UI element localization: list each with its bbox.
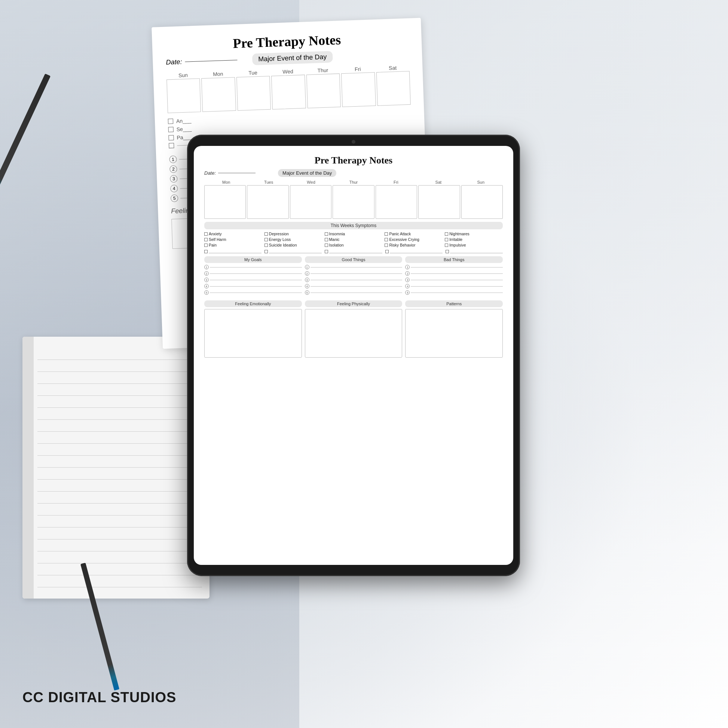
symptom-energy-loss: Energy Loss xyxy=(265,237,323,242)
checkbox-insomnia[interactable] xyxy=(325,232,328,236)
tablet-form-title: Pre Therapy Notes xyxy=(204,155,503,166)
checkbox-self-harm[interactable] xyxy=(204,238,208,241)
checkbox-panic-attack[interactable] xyxy=(385,232,388,236)
tablet-days-header: Mon Tues Wed Thur Fri Sat Sun xyxy=(204,180,503,184)
three-cols-section: My Goals 1 2 3 4 5 Good Things 1 2 3 4 5… xyxy=(204,256,503,297)
bad-things-header: Bad Things xyxy=(405,256,503,263)
goal-2: 2 xyxy=(204,271,302,276)
good-5: 5 xyxy=(305,290,402,295)
tablet-camera xyxy=(352,140,355,144)
day-cell-mon xyxy=(204,185,246,219)
day-cell-tues xyxy=(247,185,288,219)
checkbox-suicide-ideation[interactable] xyxy=(265,243,268,247)
goal-3: 3 xyxy=(204,278,302,282)
symptom-manic: Manic xyxy=(325,237,383,242)
blank-symptom-row xyxy=(204,249,503,253)
feeling-physically-header: Feeling Physically xyxy=(305,300,402,307)
tablet-date-row: Date: Major Event of the Day xyxy=(204,169,503,177)
good-things-section: Good Things 1 2 3 4 5 xyxy=(305,256,402,297)
feeling-physically-section: Feeling Physically xyxy=(305,300,402,358)
bad-things-section: Bad Things 1 2 3 4 5 xyxy=(405,256,503,297)
symptom-impulsive: Impulsive xyxy=(445,243,503,247)
goal-1: 1 xyxy=(204,265,302,269)
goal-4: 4 xyxy=(204,284,302,288)
checkbox-irritable[interactable] xyxy=(445,238,448,241)
day-cell-sun xyxy=(461,185,503,219)
day-cell-fri xyxy=(376,185,417,219)
bad-4: 4 xyxy=(405,284,503,288)
day-cell-thur xyxy=(333,185,374,219)
paper-days-grid: Sun Mon Tue Wed Thur Fri Sat xyxy=(166,64,410,113)
tablet: Pre Therapy Notes Date: Major Event of t… xyxy=(187,135,520,576)
tablet-date-label: Date: xyxy=(204,170,216,176)
symptom-isolation: Isolation xyxy=(325,243,383,247)
checkbox-manic[interactable] xyxy=(325,238,328,241)
checkbox-energy-loss[interactable] xyxy=(265,238,268,241)
checkbox-impulsive[interactable] xyxy=(445,243,448,247)
this-weeks-symptoms-label: This Weeks Symptoms xyxy=(204,222,503,229)
checkbox-pain[interactable] xyxy=(204,243,208,247)
symptom-depression: Depression xyxy=(265,232,323,236)
checkbox-anxiety[interactable] xyxy=(204,232,208,236)
checkbox-isolation[interactable] xyxy=(325,243,328,247)
my-goals-header: My Goals xyxy=(204,256,302,263)
symptom-suicide-ideation: Suicide Ideation xyxy=(265,243,323,247)
symptoms-grid: Anxiety Depression Insomnia Panic Attack… xyxy=(204,232,503,247)
good-things-header: Good Things xyxy=(305,256,402,263)
tablet-major-event: Major Event of the Day xyxy=(278,169,336,177)
day-cell-wed xyxy=(290,185,332,219)
symptom-risky-behavior: Risky Behavior xyxy=(385,243,442,247)
good-1: 1 xyxy=(305,265,402,269)
tablet-screen: Pre Therapy Notes Date: Major Event of t… xyxy=(194,146,513,565)
checkbox-depression[interactable] xyxy=(265,232,268,236)
paper-major-event: Major Event of the Day xyxy=(252,51,333,65)
paper-date-label: Date: xyxy=(166,58,182,66)
checkbox-blank-2[interactable] xyxy=(265,250,268,253)
checkbox-blank-4[interactable] xyxy=(385,250,389,253)
feeling-emotionally-section: Feeling Emotionally xyxy=(204,300,302,358)
feeling-emotionally-box[interactable] xyxy=(204,309,302,358)
brand-label: CC DIGITAL STUDIOS xyxy=(23,690,176,705)
day-cell-sat xyxy=(418,185,460,219)
checkbox-blank-5[interactable] xyxy=(445,250,449,253)
notebook xyxy=(23,337,210,598)
patterns-header: Patterns xyxy=(405,300,503,307)
checkbox-blank-1[interactable] xyxy=(204,250,208,253)
bad-5: 5 xyxy=(405,290,503,295)
tablet-days-grid xyxy=(204,185,503,219)
good-3: 3 xyxy=(305,278,402,282)
feeling-emotionally-header: Feeling Emotionally xyxy=(204,300,302,307)
good-2: 2 xyxy=(305,271,402,276)
checkbox-blank-3[interactable] xyxy=(325,250,328,253)
checkbox-risky-behavior[interactable] xyxy=(385,243,388,247)
checkbox-excessive-crying[interactable] xyxy=(385,238,388,241)
feeling-physically-box[interactable] xyxy=(305,309,402,358)
bad-3: 3 xyxy=(405,278,503,282)
patterns-box[interactable] xyxy=(405,309,503,358)
symptom-anxiety: Anxiety xyxy=(204,232,262,236)
notebook-lines xyxy=(37,348,202,587)
my-goals-section: My Goals 1 2 3 4 5 xyxy=(204,256,302,297)
good-4: 4 xyxy=(305,284,402,288)
symptom-panic-attack: Panic Attack xyxy=(385,232,442,236)
symptom-irritable: Irritable xyxy=(445,237,503,242)
checkbox-nightmares[interactable] xyxy=(445,232,448,236)
bad-2: 2 xyxy=(405,271,503,276)
symptom-pain: Pain xyxy=(204,243,262,247)
notebook-spine xyxy=(23,337,34,598)
bad-1: 1 xyxy=(405,265,503,269)
symptom-nightmares: Nightmares xyxy=(445,232,503,236)
bottom-cols-section: Feeling Emotionally Feeling Physically P… xyxy=(204,300,503,358)
patterns-section: Patterns xyxy=(405,300,503,358)
symptom-self-harm: Self Harm xyxy=(204,237,262,242)
goal-5: 5 xyxy=(204,290,302,295)
symptom-insomnia: Insomnia xyxy=(325,232,383,236)
symptom-excessive-crying: Excessive Crying xyxy=(385,237,442,242)
